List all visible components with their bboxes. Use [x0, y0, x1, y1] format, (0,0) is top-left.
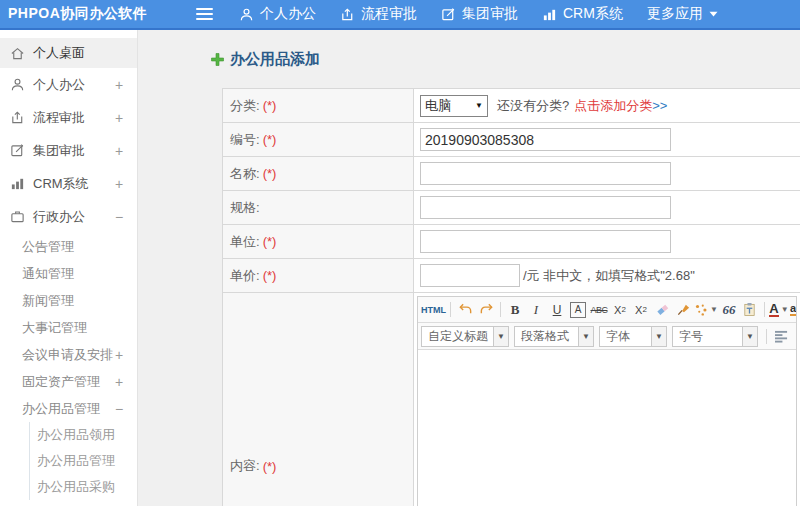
code-input[interactable]: [420, 128, 671, 151]
expand-toggle[interactable]: +: [113, 176, 125, 192]
sidebar-item-group-approval[interactable]: 集团审批 +: [0, 134, 137, 167]
align-center-button[interactable]: [792, 326, 796, 346]
sidebar-item-label: CRM系统: [33, 175, 105, 193]
italic-button[interactable]: I: [526, 300, 546, 320]
custom-title-select[interactable]: 自定义标题 ▼: [421, 326, 509, 347]
background-color-button[interactable]: ab ▼: [790, 300, 796, 320]
unit-input[interactable]: [420, 230, 671, 253]
source-code-button[interactable]: HTML: [421, 300, 446, 320]
caret-down-icon: ▼: [493, 327, 508, 346]
nav-crm-system[interactable]: CRM系统: [542, 5, 623, 23]
required-mark: (*): [263, 268, 277, 283]
blockquote-button[interactable]: 66: [719, 300, 739, 320]
home-icon: [10, 46, 25, 61]
undo-button[interactable]: [455, 300, 475, 320]
label-text: 分类:: [230, 97, 260, 115]
nav-more-apps[interactable]: 更多应用: [647, 5, 718, 23]
sidebar-item-supplies-claim[interactable]: 办公用品领用: [30, 422, 137, 448]
selected-option: 电脑: [425, 97, 451, 115]
paragraph-format-select[interactable]: 段落格式 ▼: [514, 326, 594, 347]
sidebar-item-news-mgmt[interactable]: 新闻管理: [0, 287, 137, 314]
superscript-button[interactable]: X2: [610, 300, 630, 320]
label-text: 名称:: [230, 165, 260, 183]
underline-button[interactable]: U: [547, 300, 567, 320]
sidebar-item-label: 办公用品管理: [22, 400, 113, 418]
briefcase-icon: [10, 209, 25, 224]
sidebar-item-supplies-manage[interactable]: 办公用品管理: [30, 448, 137, 474]
sidebar-item-office-supplies-mgmt[interactable]: 办公用品管理 −: [0, 395, 137, 422]
sidebar-item-supplies-purchase[interactable]: 办公用品采购: [30, 474, 137, 500]
redo-icon: [479, 302, 494, 317]
sidebar-item-meeting-request[interactable]: 会议申请及安排 +: [0, 341, 137, 368]
sidebar-item-label: 行政办公: [33, 208, 105, 226]
expand-toggle[interactable]: +: [113, 347, 125, 363]
undo-icon: [458, 302, 473, 317]
caret-down-icon: ▼: [710, 305, 718, 314]
top-header: PHPOA协同办公软件 个人办公 流程审批 集团审批: [0, 0, 800, 30]
strikethrough-button[interactable]: ABC: [589, 300, 609, 320]
sidebar-item-announcement-mgmt[interactable]: 公告管理: [0, 233, 137, 260]
select-label: 字号: [673, 327, 742, 346]
label-text: 内容:: [230, 457, 260, 475]
font-size-select[interactable]: 字号 ▼: [672, 326, 758, 347]
expand-toggle[interactable]: +: [113, 143, 125, 159]
redo-button[interactable]: [476, 300, 496, 320]
editor-content-area[interactable]: [418, 350, 796, 506]
label-text: 单价:: [230, 267, 260, 285]
name-input[interactable]: [420, 162, 671, 185]
align-center-icon: [795, 330, 797, 343]
sidebar-item-label: 公告管理: [22, 238, 125, 256]
nav-workflow-approval[interactable]: 流程审批: [340, 5, 417, 23]
required-mark: (*): [263, 234, 277, 249]
required-mark: (*): [263, 132, 277, 147]
field-label: 编号: (*): [223, 123, 414, 156]
sidebar-item-desktop[interactable]: 个人桌面: [0, 38, 137, 68]
font-family-select[interactable]: 字体 ▼: [599, 326, 667, 347]
sub-base: X: [635, 304, 642, 316]
char-border-button[interactable]: A: [570, 302, 586, 318]
bar-chart-icon: [10, 176, 25, 191]
spec-input[interactable]: [420, 196, 671, 219]
paste-text-icon: [742, 302, 757, 317]
align-left-button[interactable]: [771, 326, 791, 346]
nav-label: 流程审批: [361, 5, 417, 23]
expand-toggle[interactable]: +: [113, 110, 125, 126]
sidebar-item-memorabilia-mgmt[interactable]: 大事记管理: [0, 314, 137, 341]
person-icon: [10, 77, 25, 92]
nav-personal-office[interactable]: 个人办公: [239, 5, 316, 23]
font-color-button[interactable]: A ▼: [769, 300, 789, 320]
collapse-toggle[interactable]: −: [113, 401, 125, 417]
sup-base: X: [614, 304, 621, 316]
editor-toolbar-row1: HTML: [418, 297, 796, 323]
sidebar-item-admin-office[interactable]: 行政办公 −: [0, 200, 137, 233]
price-input[interactable]: [420, 264, 520, 287]
paste-text-button[interactable]: [740, 300, 760, 320]
format-brush-button[interactable]: [673, 300, 693, 320]
field-label: 名称: (*): [223, 157, 414, 190]
category-select[interactable]: 电脑 ▼: [420, 95, 488, 117]
remove-format-button[interactable]: [652, 300, 672, 320]
add-category-link[interactable]: 点击添加分类: [574, 97, 652, 115]
font-color-glyph: A: [769, 303, 778, 317]
sidebar-item-fixed-assets-mgmt[interactable]: 固定资产管理 +: [0, 368, 137, 395]
subscript-button[interactable]: X2: [631, 300, 651, 320]
sidebar-item-workflow-approval[interactable]: 流程审批 +: [0, 101, 137, 134]
sidebar-item-personal-office[interactable]: 个人办公 +: [0, 68, 137, 101]
sidebar-item-crm-system[interactable]: CRM系统 +: [0, 167, 137, 200]
nav-group-approval[interactable]: 集团审批: [441, 5, 518, 23]
expand-toggle[interactable]: +: [113, 77, 125, 93]
sidebar-item-notice-mgmt[interactable]: 通知管理: [0, 260, 137, 287]
app-window: PHPOA协同办公软件 个人办公 流程审批 集团审批: [0, 0, 800, 506]
auto-typeset-button[interactable]: ▼: [694, 300, 718, 320]
label-text: 单位:: [230, 233, 260, 251]
sidebar: 个人桌面 个人办公 + 流程审批 + 集团审: [0, 30, 138, 506]
person-icon: [239, 7, 254, 22]
hamburger-menu-icon[interactable]: [196, 8, 213, 20]
expand-toggle[interactable]: +: [113, 374, 125, 390]
bold-button[interactable]: B: [505, 300, 525, 320]
add-category-link-arrows[interactable]: >>: [652, 98, 667, 113]
sup-mark: 2: [621, 305, 625, 314]
eraser-icon: [655, 302, 670, 317]
collapse-toggle[interactable]: −: [113, 209, 125, 225]
nav-label: 集团审批: [462, 5, 518, 23]
